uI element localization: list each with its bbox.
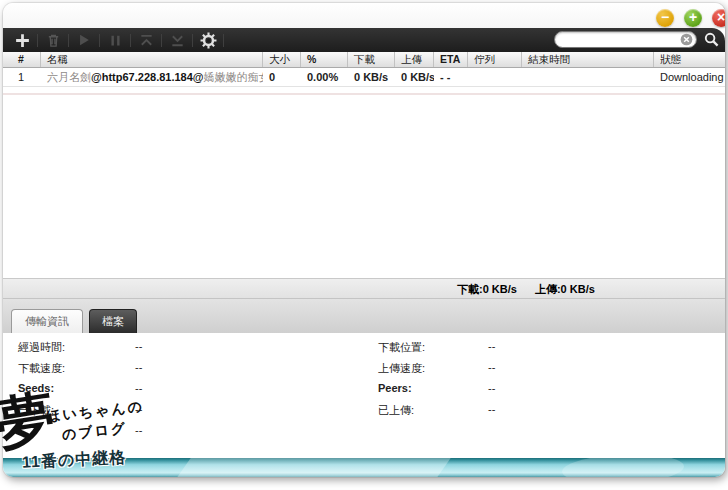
torrent-percent: 0.00% [301,68,348,86]
titlebar: − + × [3,3,725,28]
column-header-download[interactable]: 下載 [348,52,395,67]
global-download-value: 0 KB/s [483,283,517,295]
detail-value: -- [135,361,348,382]
detail-row-peers: Peers: -- [378,382,708,403]
column-header-number[interactable]: # [3,52,41,67]
column-header-upload[interactable]: 上傳 [395,52,434,67]
torrent-down-speed: 0 KB/s [348,68,395,86]
detail-row-upload-speed: 上傳速度: -- [378,361,708,382]
detail-label: 下載速度: [18,361,135,382]
column-header-finish-time[interactable]: 結束時間 [522,52,654,67]
torrent-row[interactable]: 1 六月名劍@http67.228.81.184@嬌嫩嫩的痴女,還可... 0 … [3,68,725,87]
torrent-size: 0 [263,68,301,86]
toolbar-divider [130,34,131,47]
detail-row-downloaded: 已下載: -- [18,403,348,424]
detail-value: -- [488,382,708,403]
toolbar-divider [99,34,100,47]
torrent-status: Downloading [654,68,725,86]
column-header-eta[interactable]: ETA [434,52,468,67]
close-button[interactable]: × [712,9,725,27]
toolbar-divider [223,34,224,47]
torrent-queue [468,68,522,86]
status-bar: 下載:0 KB/s上傳:0 KB/s [3,278,725,299]
trash-icon [46,33,61,48]
app-window: − + × [3,3,725,477]
clear-search-icon[interactable] [680,33,693,46]
detail-label: 已上傳: [378,403,488,424]
detail-row-seeds: Seeds: -- [18,382,348,403]
detail-label: 經過時間: [18,340,135,361]
torrent-table-header: # 名稱 大小 % 下載 上傳 ETA 佇列 結束時間 狀態 [3,52,725,68]
detail-value: -- [135,340,348,361]
global-upload-value: 0 KB/s [561,283,595,295]
detail-row-download-speed: 下載速度: -- [18,361,348,382]
pause-torrent-button[interactable] [103,30,127,50]
toolbar-divider [192,34,193,47]
footer-band [3,458,725,477]
detail-tab-strip: 傳輸資訊 檔案 [3,299,725,333]
play-icon [77,33,91,47]
detail-row-download-location: 下載位置: -- [378,340,708,361]
torrent-name-part: 嬌嫩嫩的痴女,還可... [204,71,263,83]
remove-torrent-button[interactable] [41,30,65,50]
column-header-percent[interactable]: % [301,52,348,67]
detail-value: -- [135,403,348,424]
torrent-name-part: @http67.228.81.184@ [91,71,204,83]
toolbar [3,28,725,52]
torrent-name-part: 六月名劍 [47,71,91,83]
gear-icon [200,32,217,49]
global-download-label: 下載: [457,283,483,295]
torrent-name: 六月名劍@http67.228.81.184@嬌嫩嫩的痴女,還可... [41,68,263,86]
detail-label: Peers: [378,382,488,403]
maximize-button[interactable]: + [684,9,702,27]
search-input[interactable] [554,31,697,48]
pause-icon [109,34,122,47]
torrent-number: 1 [3,68,41,86]
torrent-eta: - - [434,68,468,86]
detail-label: 下載位置: [378,340,488,361]
detail-row-extra: -- [18,424,348,445]
queue-bottom-icon [170,33,185,48]
column-header-queue[interactable]: 佇列 [468,52,522,67]
toolbar-divider [37,34,38,47]
queue-top-icon [139,33,154,48]
toolbar-divider [68,34,69,47]
search-icon[interactable] [704,32,719,47]
add-torrent-button[interactable] [10,30,34,50]
detail-label: 已下載: [18,403,135,424]
global-upload-label: 上傳: [535,283,561,295]
detail-value: -- [135,424,348,445]
minimize-button[interactable]: − [656,9,674,27]
queue-bottom-button[interactable] [165,30,189,50]
detail-row-uploaded: 已上傳: -- [378,403,708,424]
detail-row-elapsed-time: 經過時間: -- [18,340,348,361]
detail-value: -- [488,340,708,361]
torrent-up-speed: 0 KB/s [395,68,434,86]
plus-icon [14,32,31,49]
row-separator [3,93,725,95]
detail-label [18,424,135,445]
detail-label: 上傳速度: [378,361,488,382]
transfer-info-pane: 經過時間: -- 下載速度: -- Seeds: -- 已下載: -- -- [3,333,725,458]
start-torrent-button[interactable] [72,30,96,50]
detail-value: -- [135,382,348,403]
toolbar-divider [161,34,162,47]
column-header-size[interactable]: 大小 [263,52,301,67]
detail-value: -- [488,361,708,382]
detail-label: Seeds: [18,382,135,403]
column-header-status[interactable]: 狀態 [654,52,725,67]
tab-files[interactable]: 檔案 [89,309,137,333]
queue-top-button[interactable] [134,30,158,50]
detail-value: -- [488,403,708,424]
tab-transfer-info[interactable]: 傳輸資訊 [11,309,83,333]
column-header-name[interactable]: 名稱 [41,52,263,67]
settings-button[interactable] [196,30,220,50]
torrent-finish-time [522,68,654,86]
